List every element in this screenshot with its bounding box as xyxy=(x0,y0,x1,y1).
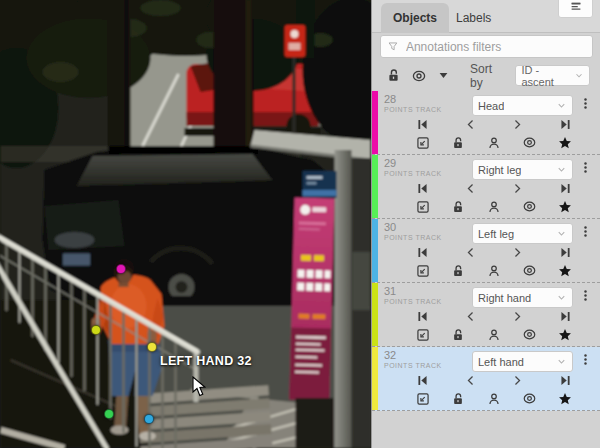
object-label-select[interactable]: Left leg xyxy=(472,223,573,244)
object-label-select[interactable]: Right leg xyxy=(472,159,573,180)
lock-button[interactable] xyxy=(451,328,465,342)
object-row[interactable]: 32 POINTS TRACK Left hand xyxy=(372,347,600,411)
occluded-button[interactable] xyxy=(487,392,501,406)
object-actions-menu-button[interactable] xyxy=(573,350,594,367)
keypoint-left-leg[interactable] xyxy=(144,414,154,424)
hide-button[interactable] xyxy=(522,327,537,342)
switch-outside-button[interactable] xyxy=(416,392,430,406)
next-keyframe-button[interactable] xyxy=(511,182,524,195)
object-actions-menu-button[interactable] xyxy=(573,222,594,239)
object-label-select[interactable]: Right hand xyxy=(472,287,573,308)
caret-down-icon xyxy=(437,69,450,82)
previous-keyframe-button[interactable] xyxy=(464,310,477,323)
objects-sidebar: Objects Labels Sort by ID - ascent xyxy=(371,0,600,448)
next-keyframe-button[interactable] xyxy=(511,374,524,387)
occluded-button[interactable] xyxy=(487,264,501,278)
object-type: POINTS TRACK xyxy=(384,106,472,113)
lock-icon xyxy=(451,264,465,278)
annotations-filter-input[interactable] xyxy=(404,39,586,55)
next-keyframe-button[interactable] xyxy=(511,246,524,259)
previous-keyframe-button[interactable] xyxy=(464,118,477,131)
last-keyframe-icon xyxy=(559,118,572,131)
hide-button[interactable] xyxy=(522,199,537,214)
previous-keyframe-button[interactable] xyxy=(464,246,477,259)
first-keyframe-button[interactable] xyxy=(416,182,429,195)
object-id: 30 xyxy=(384,222,472,233)
keyframe-button[interactable] xyxy=(558,392,572,406)
object-row[interactable]: 29 POINTS TRACK Right leg xyxy=(372,155,600,219)
object-row[interactable]: 31 POINTS TRACK Right hand xyxy=(372,283,600,347)
switch-outside-button[interactable] xyxy=(416,200,430,214)
lock-button[interactable] xyxy=(451,136,465,150)
keypoint-right-hand[interactable] xyxy=(91,325,101,335)
tab-objects[interactable]: Objects xyxy=(381,3,449,33)
sort-order-select[interactable]: ID - ascent xyxy=(515,65,590,86)
person-icon xyxy=(487,392,501,406)
hovered-object-label: LEFT HAND 32 xyxy=(160,354,252,368)
keypoint-right-leg[interactable] xyxy=(104,409,114,419)
keyframe-button[interactable] xyxy=(558,264,572,278)
appearance-menu-button[interactable] xyxy=(558,0,593,18)
next-keyframe-button[interactable] xyxy=(511,118,524,131)
first-keyframe-icon xyxy=(416,246,429,259)
next-keyframe-button[interactable] xyxy=(511,310,524,323)
lock-button[interactable] xyxy=(451,264,465,278)
annotation-canvas[interactable]: LEFT HAND 32 xyxy=(0,0,371,448)
object-label-select[interactable]: Head xyxy=(472,95,573,116)
lock-button[interactable] xyxy=(451,392,465,406)
object-color-bar xyxy=(372,347,378,410)
object-type: POINTS TRACK xyxy=(384,298,472,305)
lock-all-button[interactable] xyxy=(386,68,401,83)
first-keyframe-button[interactable] xyxy=(416,374,429,387)
first-keyframe-button[interactable] xyxy=(416,118,429,131)
lock-button[interactable] xyxy=(451,200,465,214)
first-keyframe-icon xyxy=(416,310,429,323)
object-actions-menu-button[interactable] xyxy=(573,286,594,303)
last-keyframe-button[interactable] xyxy=(559,374,572,387)
previous-keyframe-icon xyxy=(464,246,477,259)
last-keyframe-button[interactable] xyxy=(559,246,572,259)
expand-all-button[interactable] xyxy=(437,69,450,82)
last-keyframe-button[interactable] xyxy=(559,182,572,195)
previous-keyframe-button[interactable] xyxy=(464,182,477,195)
hide-button[interactable] xyxy=(522,263,537,278)
switch-outside-button[interactable] xyxy=(416,136,430,150)
lock-icon xyxy=(451,200,465,214)
hide-button[interactable] xyxy=(522,391,537,406)
lock-icon xyxy=(451,136,465,150)
lock-icon xyxy=(451,328,465,342)
keyframe-button[interactable] xyxy=(558,136,572,150)
object-row[interactable]: 28 POINTS TRACK Head xyxy=(372,91,600,155)
objects-list: 28 POINTS TRACK Head xyxy=(372,91,600,448)
occluded-button[interactable] xyxy=(487,328,501,342)
object-color-bar xyxy=(372,91,378,154)
keypoint-head[interactable] xyxy=(116,264,126,274)
occluded-button[interactable] xyxy=(487,200,501,214)
switch-outside-button[interactable] xyxy=(416,264,430,278)
last-keyframe-button[interactable] xyxy=(559,118,572,131)
previous-keyframe-button[interactable] xyxy=(464,374,477,387)
switch-outside-button[interactable] xyxy=(416,328,430,342)
keypoint-left-hand[interactable] xyxy=(147,342,157,352)
keyframe-button[interactable] xyxy=(558,200,572,214)
last-keyframe-button[interactable] xyxy=(559,310,572,323)
tab-labels[interactable]: Labels xyxy=(444,3,503,33)
object-actions-menu-button[interactable] xyxy=(573,158,594,175)
occluded-button[interactable] xyxy=(487,136,501,150)
object-row[interactable]: 30 POINTS TRACK Left leg xyxy=(372,219,600,283)
first-keyframe-button[interactable] xyxy=(416,310,429,323)
next-keyframe-icon xyxy=(511,246,524,259)
object-label-value: Head xyxy=(478,100,504,112)
hide-button[interactable] xyxy=(522,135,537,150)
keyframe-button[interactable] xyxy=(558,328,572,342)
first-keyframe-button[interactable] xyxy=(416,246,429,259)
chevron-down-icon xyxy=(556,228,567,239)
chevron-down-icon xyxy=(574,70,584,81)
outside-frame-icon xyxy=(416,328,430,342)
annotations-filter-box[interactable] xyxy=(380,35,593,58)
hide-all-button[interactable] xyxy=(411,68,427,84)
object-label-select[interactable]: Left hand xyxy=(472,351,573,372)
ellipsis-vertical-icon xyxy=(579,96,592,111)
object-actions-menu-button[interactable] xyxy=(573,94,594,111)
eye-icon xyxy=(522,263,537,278)
